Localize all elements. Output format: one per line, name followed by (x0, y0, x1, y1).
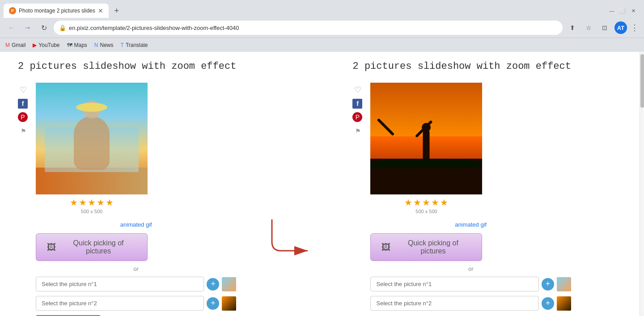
pinterest-btn-left[interactable]: P (18, 112, 28, 122)
flag-btn-left[interactable]: ⚑ (18, 126, 29, 136)
right-select-pic2-row: Select the picture n°2 + (370, 296, 571, 311)
minimize-btn[interactable]: — (608, 7, 615, 14)
left-preview-card: ★★★★★ 500 x 500 (36, 83, 148, 214)
left-preview-image (36, 83, 148, 194)
bookmark-translate[interactable]: T Translate (121, 42, 148, 48)
close-btn[interactable]: ✕ (630, 7, 637, 14)
refresh-btn[interactable]: ↻ (38, 21, 50, 34)
browser-chrome: P Photo montage 2 pictures slides ✕ + — … (0, 0, 644, 52)
bookmarks-bar: M Gmail ▶ YouTube 🗺 Maps N News T Transl… (0, 38, 644, 52)
facebook-btn-right[interactable]: f (352, 99, 362, 109)
left-controls: 🖼 Quick picking of pictures or Select th… (36, 233, 236, 316)
right-img-size: 500 x 500 (370, 209, 482, 214)
right-animated-gif-link[interactable]: animated gif (370, 221, 571, 228)
scrollbar-thumb[interactable] (640, 54, 644, 108)
tab-bar: P Photo montage 2 pictures slides ✕ + — … (0, 0, 644, 18)
left-thumb1 (222, 277, 236, 291)
left-or-label: or (36, 265, 236, 272)
quick-pick-icon: 🖼 (47, 242, 56, 253)
social-sidebar-right: ♡ f P ⚑ (352, 83, 363, 136)
left-select-pic2-btn[interactable]: Select the picture n°2 (36, 296, 204, 311)
menu-btn[interactable]: ⋮ (631, 23, 639, 33)
right-section: 2 pictures slideshow with zoom effect ♡ … (352, 61, 571, 316)
profile-btn[interactable]: AT (614, 21, 627, 34)
bookmark-label: Maps (74, 42, 87, 48)
left-animated-gif-link[interactable]: animated gif (36, 221, 236, 228)
right-quick-pick-btn[interactable]: 🖼 Quick picking of pictures (370, 233, 482, 261)
flag-btn-right[interactable]: ⚑ (352, 126, 363, 136)
arrow-area (263, 61, 317, 316)
window-controls: — ⬜ ✕ (608, 7, 640, 14)
right-section-title: 2 pictures slideshow with zoom effect (352, 61, 571, 72)
right-preview-card: ★★★★★ 500 x 500 (370, 83, 482, 214)
right-thumb1 (557, 277, 571, 291)
left-stars: ★★★★★ (36, 197, 148, 208)
restore-btn[interactable]: ⬜ (619, 7, 626, 14)
heart-btn-left[interactable]: ♡ (18, 84, 29, 95)
social-sidebar-left: ♡ f P ⚑ (18, 83, 29, 136)
tab-favicon: P (9, 7, 16, 14)
bookmark-label: YouTube (38, 42, 59, 48)
address-input[interactable]: 🔒 en.pixiz.com/template/2-pictures-slide… (54, 21, 563, 35)
left-thumb2 (222, 296, 236, 311)
tab-search-icon[interactable]: ⊡ (598, 21, 611, 34)
right-add-pic2-btn[interactable]: + (542, 297, 554, 310)
right-select-pic1-row: Select the picture n°1 + (370, 277, 571, 291)
pinterest-btn-right[interactable]: P (352, 112, 362, 122)
left-add-pic1-btn[interactable]: + (207, 278, 219, 291)
bookmark-youtube[interactable]: ▶ YouTube (33, 42, 59, 48)
forward-btn[interactable]: → (21, 21, 34, 34)
right-thumb2 (557, 296, 571, 311)
share-icon[interactable]: ⬆ (566, 21, 579, 34)
tab-close-btn[interactable]: ✕ (98, 7, 103, 14)
left-select-pic1-row: Select the picture n°1 + (36, 277, 236, 291)
page-content: 2 pictures slideshow with zoom effect ♡ … (0, 52, 644, 316)
address-icons: ⬆ ☆ ⊡ AT ⋮ (566, 21, 639, 34)
left-preview-area: ♡ f P ⚑ (18, 83, 236, 214)
bookmark-news[interactable]: N News (94, 42, 114, 48)
bookmark-label: News (100, 42, 114, 48)
right-preview-image (370, 83, 482, 194)
heart-btn-right[interactable]: ♡ (352, 84, 363, 95)
facebook-btn-left[interactable]: f (18, 99, 28, 109)
address-bar: ← → ↻ 🔒 en.pixiz.com/template/2-pictures… (0, 18, 644, 38)
left-select-pic1-btn[interactable]: Select the picture n°1 (36, 277, 204, 291)
left-section-title: 2 pictures slideshow with zoom effect (18, 61, 236, 72)
bookmark-label: Gmail (12, 42, 25, 48)
right-add-pic1-btn[interactable]: + (542, 278, 554, 291)
right-preview-area: ♡ f P ⚑ (352, 83, 571, 214)
new-tab-btn[interactable]: + (110, 4, 123, 17)
left-select-pic2-row: Select the picture n°2 + (36, 296, 236, 311)
url-text: en.pixiz.com/template/2-pictures-slidesh… (69, 25, 239, 31)
back-btn[interactable]: ← (5, 21, 18, 34)
left-section: 2 pictures slideshow with zoom effect ♡ … (18, 61, 236, 316)
active-tab[interactable]: P Photo montage 2 pictures slides ✕ (4, 4, 109, 18)
left-quick-pick-btn[interactable]: 🖼 Quick picking of pictures (36, 233, 148, 261)
right-select-pic1-btn[interactable]: Select the picture n°1 (370, 277, 538, 291)
right-select-pic2-btn[interactable]: Select the picture n°2 (370, 296, 538, 311)
right-or-label: or (370, 265, 571, 272)
scrollbar[interactable] (640, 52, 644, 316)
tab-title: Photo montage 2 pictures slides (19, 8, 95, 14)
bookmark-gmail[interactable]: M Gmail (5, 42, 25, 48)
right-controls: 🖼 Quick picking of pictures or Select th… (370, 233, 571, 316)
left-img-size: 500 x 500 (36, 209, 148, 214)
bookmark-label: Translate (126, 42, 148, 48)
left-add-pic2-btn[interactable]: + (207, 297, 219, 310)
direction-arrow (263, 206, 317, 295)
bookmark-maps[interactable]: 🗺 Maps (67, 42, 87, 48)
right-quick-pick-icon: 🖼 (381, 242, 390, 253)
right-stars: ★★★★★ (370, 197, 482, 208)
bookmark-star-icon[interactable]: ☆ (582, 21, 595, 34)
